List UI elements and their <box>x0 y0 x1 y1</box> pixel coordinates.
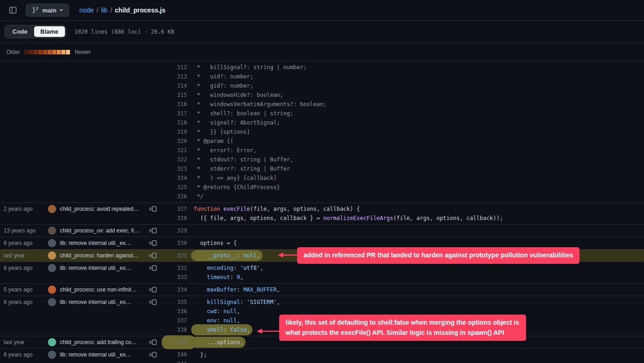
versions-icon[interactable] <box>149 286 157 293</box>
versions-icon[interactable] <box>149 298 157 306</box>
line-number[interactable]: 339 <box>164 338 193 347</box>
commit-message-link[interactable]: lib: remove internal util._ex… <box>60 299 145 305</box>
line-number[interactable]: 316 <box>164 100 193 109</box>
line-number[interactable]: 326 <box>164 192 193 201</box>
line-number[interactable]: 312 <box>164 63 193 72</box>
code-line: 316 * windowsVerbatimArguments?: boolean… <box>164 100 644 109</box>
line-number[interactable]: 341 <box>164 359 193 363</box>
versions-icon[interactable] <box>149 239 157 247</box>
line-number[interactable]: 325 <box>164 183 193 192</box>
code-line: 322 * stdout?: string | Buffer, <box>164 155 644 164</box>
versions-icon[interactable] <box>149 227 157 234</box>
code-line: 328 ({ file, args, options, callback } =… <box>164 214 644 223</box>
blame-heatmap-bar: Older Newer <box>0 43 644 61</box>
commit-message-link[interactable]: lib: remove internal util._ex… <box>60 265 145 271</box>
blame-hunk: 6 years agolib: remove internal util._ex… <box>0 262 644 284</box>
branch-selector-button[interactable]: main <box>26 4 69 17</box>
code-token: * windowsVerbatimArguments?: boolean; <box>193 101 327 107</box>
code-line: 313 * uid?: number; <box>164 72 644 81</box>
line-number[interactable]: 318 <box>164 118 193 127</box>
code-token: null <box>223 308 237 315</box>
line-number[interactable]: 328 <box>164 214 193 223</box>
commit-message-link[interactable]: lib: remove internal util._ex… <box>60 240 145 246</box>
avatar[interactable] <box>48 239 56 247</box>
commit-message-link[interactable]: child_process: add trailing co… <box>60 339 145 345</box>
code-text: * stdout?: string | Buffer, <box>193 155 644 164</box>
line-number[interactable]: 315 <box>164 90 193 100</box>
line-number[interactable]: 331 <box>164 251 193 260</box>
line-number[interactable]: 323 <box>164 164 193 173</box>
line-number[interactable]: 335 <box>164 298 193 307</box>
commit-row: last yearchild_process: harden against… <box>4 251 164 260</box>
commit-message-link[interactable]: child_process: use non-infinit… <box>60 286 145 293</box>
avatar[interactable] <box>48 286 56 294</box>
file-meta-info: 1020 lines (886 loc) · 26.6 KB <box>75 29 175 35</box>
commit-message-link[interactable]: lib: remove internal util._ex… <box>60 351 145 358</box>
avatar[interactable] <box>48 251 56 260</box>
line-number[interactable]: 332 <box>164 263 193 273</box>
line-number[interactable]: 319 <box>164 127 193 137</box>
line-number[interactable]: 336 <box>164 307 193 316</box>
code-token: : <box>230 274 236 280</box>
breadcrumb-repo-link[interactable]: node <box>79 6 94 14</box>
code-text: }; <box>193 350 644 359</box>
line-number[interactable]: 329 <box>164 226 193 235</box>
versions-icon[interactable] <box>149 205 157 213</box>
line-number[interactable]: 324 <box>164 173 193 183</box>
annotation-arrow <box>277 252 299 258</box>
commit-age: 13 years ago <box>4 227 48 234</box>
code-token: * gid?: number; <box>193 83 253 89</box>
code-line: 327function execFile(file, args, options… <box>164 204 644 214</box>
avatar[interactable] <box>48 338 56 346</box>
line-number[interactable]: 340 <box>164 350 193 359</box>
commit-message-link[interactable]: child_process: avoid repeated… <box>60 206 145 212</box>
heat-cell <box>34 50 38 54</box>
code-text: */ <box>193 192 644 201</box>
file-tree-toggle-button[interactable] <box>6 4 19 17</box>
code-text: * ) => any} [callback] <box>193 173 644 183</box>
code-token: : <box>234 265 240 271</box>
code-token: encoding <box>207 265 234 271</box>
line-number[interactable]: 314 <box>164 81 193 90</box>
versions-icon[interactable] <box>149 351 157 358</box>
code-line: 318 * signal?: AbortSignal; <box>164 118 644 127</box>
code-text: * windowsVerbatimArguments?: boolean; <box>193 100 644 109</box>
commit-message-link[interactable]: child_process_uv: add exec, fi… <box>60 227 145 234</box>
tab-blame[interactable]: Blame <box>34 26 65 37</box>
hunk-lines: 334 maxBuffer: MAX_BUFFER, <box>164 285 644 294</box>
code-text <box>193 359 644 363</box>
code-token: shell <box>207 327 223 333</box>
versions-icon[interactable] <box>149 264 157 272</box>
line-number[interactable]: 321 <box>164 146 193 155</box>
avatar[interactable] <box>48 205 56 213</box>
line-number[interactable]: 333 <box>164 273 193 282</box>
blame-hunk: 2 years agochild_process: avoid repeated… <box>0 203 644 225</box>
annotation-callout-proto: added in referenced PR that landed to ha… <box>297 247 580 264</box>
line-number[interactable]: 313 <box>164 72 193 81</box>
breadcrumb-dir-link[interactable]: lib <box>101 6 107 14</box>
avatar[interactable] <box>48 226 56 235</box>
avatar[interactable] <box>48 351 56 359</box>
line-number[interactable]: 334 <box>164 285 193 294</box>
line-number[interactable]: 337 <box>164 316 193 325</box>
commit-cell: 2 years agochild_process: avoid repeated… <box>0 204 164 223</box>
code-token: * shell?: boolean | string; <box>193 110 293 117</box>
versions-icon[interactable] <box>149 252 157 259</box>
heat-cell <box>57 50 61 54</box>
code-line: 324 * ) => any} [callback] <box>164 173 644 183</box>
line-number[interactable]: 330 <box>164 238 193 248</box>
versions-icon[interactable] <box>149 339 157 346</box>
commit-message-link[interactable]: child_process: harden against… <box>60 252 145 259</box>
avatar[interactable] <box>48 298 56 306</box>
code-line: 326 */ <box>164 192 644 201</box>
line-number[interactable]: 320 <box>164 137 193 146</box>
avatar[interactable] <box>48 264 56 272</box>
code-token <box>193 265 207 271</box>
line-number[interactable]: 338 <box>164 325 193 334</box>
line-number[interactable]: 327 <box>164 204 193 214</box>
line-number[interactable]: 322 <box>164 155 193 164</box>
tab-code[interactable]: Code <box>6 26 34 37</box>
code-line: 314 * gid?: number; <box>164 81 644 90</box>
heat-cell <box>43 50 47 54</box>
line-number[interactable]: 317 <box>164 109 193 118</box>
